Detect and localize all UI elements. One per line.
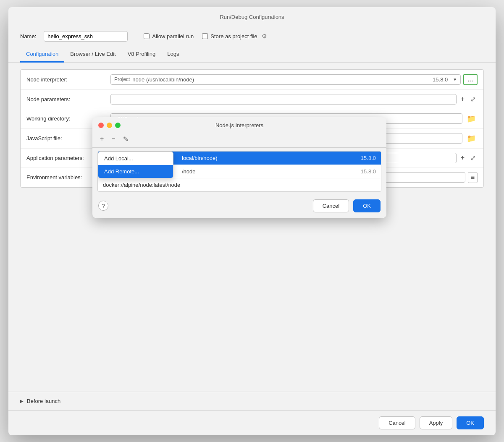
interpreter-item-path: local/bin/node) (182, 155, 357, 161)
node-parameters-row: Node parameters: + ⤢ (21, 90, 483, 109)
modal-footer: ? Cancel OK (92, 195, 386, 218)
interpreter-item-path: docker://alpine/node:latest/node (103, 182, 372, 188)
cancel-button[interactable]: Cancel (379, 416, 415, 429)
expand-app-param-button[interactable]: ⤢ (469, 153, 478, 163)
add-interpreter-button[interactable]: + (97, 134, 106, 144)
project-tag: Project (114, 76, 130, 82)
modal-titlebar: Node.js Interpreters (92, 117, 386, 132)
header-options: Allow parallel run Store as project file… (144, 33, 267, 39)
before-launch-label: Before launch (27, 398, 60, 404)
dialog-footer: Cancel Apply OK (8, 410, 496, 435)
add-local-menu-item[interactable]: Add Local... (98, 152, 173, 165)
modal-title: Node.js Interpreters (99, 122, 380, 128)
add-app-param-button[interactable]: + (459, 153, 466, 162)
working-dir-folder-button[interactable]: 📁 (465, 113, 478, 124)
interpreter-list-item[interactable]: docker://alpine/node:latest/node (98, 178, 381, 191)
store-project-checkbox[interactable] (202, 33, 208, 39)
store-project-label: Store as project file (210, 33, 257, 39)
interpreter-path: node (/usr/local/bin/node) (132, 76, 430, 83)
close-traffic-light[interactable] (98, 123, 104, 128)
minimize-traffic-light[interactable] (107, 123, 112, 128)
modal-toolbar: + − ✎ (92, 132, 386, 148)
tab-v8-profiling[interactable]: V8 Profiling (122, 47, 161, 63)
header-row: Name: Allow parallel run Store as projec… (8, 25, 496, 47)
name-input[interactable] (44, 31, 128, 42)
node-interpreter-row: Node interpreter: Project node (/usr/loc… (21, 70, 483, 90)
interpreter-item-version: 15.8.0 (361, 168, 376, 175)
main-dialog: Run/Debug Configurations Name: Allow par… (8, 7, 496, 435)
tabs-bar: Configuration Browser / Live Edit V8 Pro… (8, 47, 496, 63)
node-params-label: Node parameters: (26, 96, 110, 102)
node-params-input[interactable] (110, 94, 457, 105)
name-label: Name: (20, 33, 36, 39)
interpreter-list: Add Local... Add Remote... local/bin/nod… (97, 151, 381, 192)
main-content: Node interpreter: Project node (/usr/loc… (8, 63, 496, 385)
dropdown-arrow-icon: ▼ (453, 77, 457, 82)
modal-ok-button[interactable]: OK (353, 199, 381, 212)
gear-icon[interactable]: ⚙ (262, 33, 267, 39)
allow-parallel-group: Allow parallel run (144, 33, 194, 39)
interpreters-modal-overlay: Node.js Interpreters + − ✎ Add Local... … (92, 117, 386, 218)
store-project-group: Store as project file ⚙ (202, 33, 267, 39)
maximize-traffic-light[interactable] (115, 123, 121, 128)
js-file-folder-button[interactable]: 📁 (465, 133, 478, 144)
before-launch-section: ▶ Before launch (8, 392, 496, 410)
interpreter-item-path: /node (182, 168, 357, 175)
interpreters-modal: Node.js Interpreters + − ✎ Add Local... … (92, 117, 386, 218)
edit-interpreter-button[interactable]: ✎ (121, 134, 131, 144)
tab-browser-live-edit[interactable]: Browser / Live Edit (64, 47, 121, 63)
dialog-title: Run/Debug Configurations (8, 7, 496, 25)
modal-help-button[interactable]: ? (98, 201, 108, 211)
tab-logs[interactable]: Logs (161, 47, 185, 63)
remove-interpreter-button[interactable]: − (109, 134, 118, 144)
before-launch-chevron-icon[interactable]: ▶ (20, 399, 24, 403)
env-vars-edit-button[interactable]: ≡ (468, 172, 478, 183)
title-text: Run/Debug Configurations (220, 14, 284, 20)
expand-node-param-button[interactable]: ⤢ (469, 94, 478, 104)
ok-button[interactable]: OK (457, 416, 484, 429)
add-node-param-button[interactable]: + (459, 94, 466, 104)
traffic-lights (98, 123, 121, 128)
context-menu: Add Local... Add Remote... (98, 152, 173, 178)
node-interpreter-field: Project node (/usr/local/bin/node) 15.8.… (110, 74, 478, 85)
modal-cancel-button[interactable]: Cancel (313, 199, 349, 212)
node-interpreter-label: Node interpreter: (26, 76, 110, 83)
add-remote-menu-item[interactable]: Add Remote... (98, 165, 173, 178)
apply-button[interactable]: Apply (420, 416, 453, 429)
interpreter-item-version: 15.8.0 (361, 155, 376, 161)
allow-parallel-label: Allow parallel run (152, 33, 194, 39)
interpreter-more-button[interactable]: ... (463, 74, 478, 85)
allow-parallel-checkbox[interactable] (144, 33, 150, 39)
node-params-field: + ⤢ (110, 94, 478, 105)
interpreter-version: 15.8.0 (433, 76, 448, 83)
interpreter-select[interactable]: Project node (/usr/local/bin/node) 15.8.… (110, 74, 461, 85)
tab-configuration[interactable]: Configuration (20, 47, 64, 63)
